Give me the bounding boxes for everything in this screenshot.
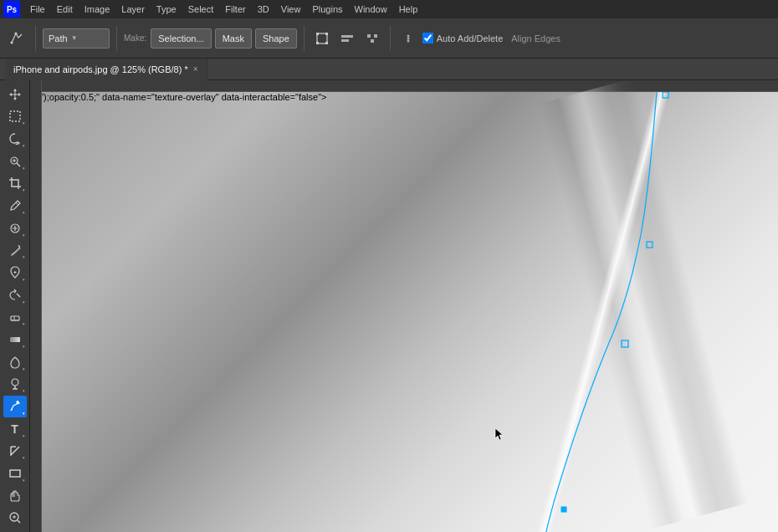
svg-rect-4 — [325, 33, 328, 35]
tool-history-brush[interactable]: ▾ — [3, 284, 27, 306]
make-label: Make: — [124, 33, 146, 43]
selection-button[interactable]: Selection... — [151, 28, 211, 49]
svg-rect-10 — [374, 34, 377, 38]
svg-line-17 — [16, 202, 18, 205]
path-dropdown[interactable]: Path ▼ — [43, 28, 110, 49]
options-icon[interactable] — [397, 28, 419, 49]
menu-3d[interactable]: 3D — [253, 3, 274, 16]
sep3 — [304, 26, 305, 51]
menu-layer[interactable]: Layer — [116, 3, 150, 16]
tool-marquee-rect[interactable]: ▾ — [3, 106, 27, 128]
svg-rect-3 — [316, 33, 319, 35]
svg-point-28 — [16, 401, 18, 403]
tool-crop[interactable]: ▾ — [3, 173, 27, 195]
tool-lasso[interactable]: ▾ — [3, 128, 27, 150]
free-transform-icon[interactable] — [311, 28, 333, 49]
ruler-horizontal — [30, 80, 778, 92]
tool-quick-select[interactable]: ▾ — [3, 151, 27, 172]
active-tab[interactable]: iPhone and airpods.jpg @ 125% (RGB/8) * … — [5, 59, 207, 80]
svg-rect-15 — [10, 111, 20, 121]
ps-logo: Ps — [3, 1, 20, 18]
tool-move[interactable] — [3, 84, 27, 105]
svg-point-13 — [407, 37, 409, 39]
tool-hand[interactable] — [3, 485, 27, 507]
tool-eyedropper[interactable]: ▾ — [3, 195, 27, 217]
tool-zoom[interactable] — [3, 507, 27, 529]
svg-rect-7 — [341, 35, 353, 38]
path-dropdown-label: Path — [49, 33, 68, 43]
shape-button[interactable]: Shape — [255, 28, 297, 49]
tool-blur[interactable]: ▾ — [3, 351, 27, 373]
menu-plugins[interactable]: Plugins — [307, 3, 347, 16]
sep2 — [116, 26, 117, 51]
tab-close-icon[interactable]: × — [193, 65, 198, 74]
tool-clone[interactable]: ▾ — [3, 262, 27, 284]
svg-point-1 — [11, 41, 13, 43]
align-left-icon[interactable] — [336, 28, 358, 49]
svg-rect-21 — [11, 316, 19, 320]
auto-add-delete-label: Auto Add/Delete — [437, 33, 504, 43]
tool-gradient[interactable]: ▾ — [3, 329, 27, 350]
svg-point-14 — [407, 39, 409, 42]
tool-rect-shape[interactable]: ▾ — [3, 463, 27, 484]
menu-window[interactable]: Window — [350, 3, 392, 16]
auto-add-delete-area: Auto Add/Delete — [422, 33, 504, 43]
menu-help[interactable]: Help — [394, 3, 423, 16]
tool-brush[interactable]: ▾ — [3, 240, 27, 262]
tool-path-select[interactable]: ▾ — [3, 441, 27, 463]
sep4 — [390, 26, 391, 51]
pen-tool-indicator — [5, 28, 27, 49]
tool-heal[interactable]: ▾ — [3, 217, 27, 239]
menu-select[interactable]: Select — [183, 3, 219, 16]
svg-point-0 — [15, 32, 18, 34]
menu-edit[interactable]: Edit — [52, 3, 78, 16]
svg-point-25 — [12, 379, 18, 386]
tool-pen[interactable]: ▾ — [3, 396, 27, 417]
svg-rect-9 — [367, 34, 371, 38]
sep1 — [35, 26, 36, 51]
mask-button[interactable]: Mask — [215, 28, 252, 49]
align-edges-label: Align Edges — [511, 33, 560, 43]
svg-rect-8 — [341, 39, 349, 42]
canvas-area[interactable]: ');opacity:0.5;" data-name="texture-over… — [30, 80, 778, 532]
svg-rect-24 — [10, 337, 20, 342]
menu-view[interactable]: View — [276, 3, 306, 16]
tool-dodge[interactable]: ▾ — [3, 374, 27, 396]
ruler-vertical — [30, 80, 42, 532]
main-area: ▾ ▾ ▾ ▾ — [0, 80, 778, 532]
tabbar: iPhone and airpods.jpg @ 125% (RGB/8) * … — [0, 59, 778, 80]
toolbar: Path ▼ Make: Selection... Mask Shape — [0, 18, 778, 59]
distribute-icon[interactable] — [361, 28, 383, 49]
path-dropdown-arrow: ▼ — [71, 34, 78, 42]
tool-type[interactable]: T ▾ — [3, 418, 27, 440]
menubar: Ps File Edit Image Layer Type Select Fil… — [0, 0, 778, 18]
auto-add-delete-checkbox[interactable] — [422, 33, 433, 43]
svg-rect-29 — [10, 470, 20, 477]
svg-point-12 — [407, 34, 409, 37]
canvas-photo: ');opacity:0.5;" data-name="texture-over… — [42, 92, 778, 532]
svg-line-31 — [18, 520, 20, 523]
side-tools: ▾ ▾ ▾ ▾ — [0, 80, 30, 532]
svg-rect-6 — [325, 42, 328, 44]
menu-file[interactable]: File — [25, 3, 50, 16]
tool-eraser[interactable]: ▾ — [3, 307, 27, 329]
tab-title: iPhone and airpods.jpg @ 125% (RGB/8) * — [13, 64, 188, 74]
svg-rect-11 — [371, 39, 374, 43]
menu-filter[interactable]: Filter — [220, 3, 250, 16]
svg-rect-5 — [316, 42, 319, 44]
menu-type[interactable]: Type — [151, 3, 182, 16]
menu-image[interactable]: Image — [79, 3, 115, 16]
